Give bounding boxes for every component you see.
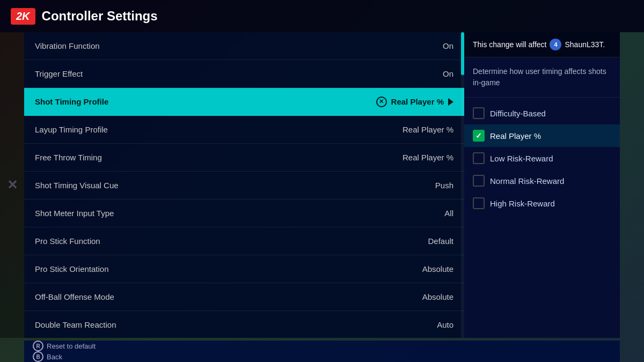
affect-icon: 4	[550, 39, 561, 50]
settings-item-label: Vibration Function	[35, 41, 100, 50]
option-checkbox: ✓	[473, 130, 485, 142]
settings-item-value: Push	[435, 181, 453, 190]
option-item[interactable]: Normal Risk-Reward	[464, 169, 620, 192]
settings-item-value: Real Player %	[402, 125, 453, 134]
description-box: Determine how user timing affects shots …	[464, 57, 620, 98]
bottom-action-label: Back	[47, 353, 62, 361]
x-decoration: ✕	[7, 178, 18, 193]
settings-item-label: Trigger Effect	[35, 69, 83, 78]
settings-item-value: On	[443, 69, 453, 78]
settings-item-value: ✕Real Player %	[376, 97, 453, 107]
option-label: Low Risk-Reward	[490, 154, 553, 163]
settings-item-value: Default	[428, 237, 453, 246]
right-panel: This change will affect 4 ShaunL33T. Det…	[464, 32, 620, 338]
option-checkbox	[473, 175, 485, 187]
option-checkbox	[473, 152, 485, 164]
settings-item[interactable]: Shot Meter Input TypeAll	[24, 200, 464, 227]
settings-item-value: Real Player %	[402, 153, 453, 162]
option-checkbox	[473, 197, 485, 209]
option-item[interactable]: Difficulty-Based	[464, 102, 620, 124]
settings-items-container: Vibration FunctionOnTrigger EffectOnShot…	[24, 32, 464, 338]
settings-item-label: Shot Meter Input Type	[35, 209, 114, 218]
settings-item-value: Absolute	[422, 292, 453, 301]
description-text: Determine how user timing affects shots …	[473, 67, 606, 87]
option-checkbox	[473, 107, 485, 119]
bottom-action[interactable]: BBack	[33, 351, 96, 362]
settings-item[interactable]: Shot Timing Profile✕Real Player %	[24, 88, 464, 116]
settings-list: Vibration FunctionOnTrigger EffectOnShot…	[24, 32, 464, 338]
settings-item-label: Shot Timing Visual Cue	[35, 181, 119, 190]
settings-item-value: Absolute	[422, 264, 453, 274]
scrollbar[interactable]	[461, 32, 464, 338]
value-text: Real Player %	[391, 97, 444, 106]
option-label: Normal Risk-Reward	[490, 176, 564, 186]
top-bar: 2K Controller Settings	[0, 0, 644, 32]
settings-item-value: All	[444, 209, 453, 218]
scroll-thumb	[461, 32, 464, 75]
side-panel: ✕	[0, 32, 24, 338]
affect-text: This change will affect	[473, 40, 546, 49]
option-label: Difficulty-Based	[490, 109, 546, 118]
option-label: Real Player %	[490, 131, 541, 141]
options-container: Difficulty-Based✓Real Player %Low Risk-R…	[464, 102, 620, 215]
bottom-action[interactable]: RReset to default	[33, 341, 96, 351]
option-item[interactable]: ✓Real Player %	[464, 124, 620, 147]
settings-item[interactable]: Trigger EffectOn	[24, 60, 464, 88]
settings-item-value: Auto	[437, 320, 453, 329]
settings-item[interactable]: Vibration FunctionOn	[24, 32, 464, 60]
settings-item-label: Layup Timing Profile	[35, 125, 108, 134]
checkmark-icon: ✓	[475, 131, 482, 140]
settings-item[interactable]: Pro Stick FunctionDefault	[24, 227, 464, 255]
page-title: Controller Settings	[42, 9, 158, 24]
bottom-bar: RReset to defaultBBack	[24, 341, 620, 362]
settings-item-label: Pro Stick Orientation	[35, 264, 109, 274]
back-icon: B	[33, 351, 43, 362]
option-item[interactable]: Low Risk-Reward	[464, 147, 620, 169]
settings-item-label: Free Throw Timing	[35, 153, 102, 162]
settings-item[interactable]: Shot Timing Visual CuePush	[24, 172, 464, 200]
settings-item-value: On	[443, 41, 453, 50]
affect-username: ShaunL33T.	[565, 40, 605, 49]
settings-item-label: Pro Stick Function	[35, 237, 100, 246]
option-item[interactable]: High Risk-Reward	[464, 192, 620, 215]
settings-item[interactable]: Off-Ball Offense ModeAbsolute	[24, 283, 464, 311]
settings-item[interactable]: Pro Stick OrientationAbsolute	[24, 255, 464, 283]
logo-badge: 2K	[11, 8, 35, 25]
bottom-actions-container: RReset to defaultBBack	[33, 341, 96, 362]
settings-item-label: Off-Ball Offense Mode	[35, 292, 114, 301]
circle-x-icon: ✕	[376, 97, 387, 107]
settings-item[interactable]: Free Throw TimingReal Player %	[24, 144, 464, 172]
settings-item-label: Double Team Reaction	[35, 320, 116, 329]
reset-icon: R	[33, 341, 43, 351]
settings-item-label: Shot Timing Profile	[35, 97, 108, 106]
bottom-action-label: Reset to default	[47, 342, 96, 350]
settings-item[interactable]: Double Team ReactionAuto	[24, 311, 464, 338]
affect-bar: This change will affect 4 ShaunL33T.	[464, 32, 620, 57]
main-panel: Vibration FunctionOnTrigger EffectOnShot…	[24, 32, 620, 338]
arrow-right-icon	[448, 98, 453, 106]
settings-item[interactable]: Layup Timing ProfileReal Player %	[24, 116, 464, 144]
options-list: Difficulty-Based✓Real Player %Low Risk-R…	[464, 98, 620, 338]
option-label: High Risk-Reward	[490, 199, 555, 208]
